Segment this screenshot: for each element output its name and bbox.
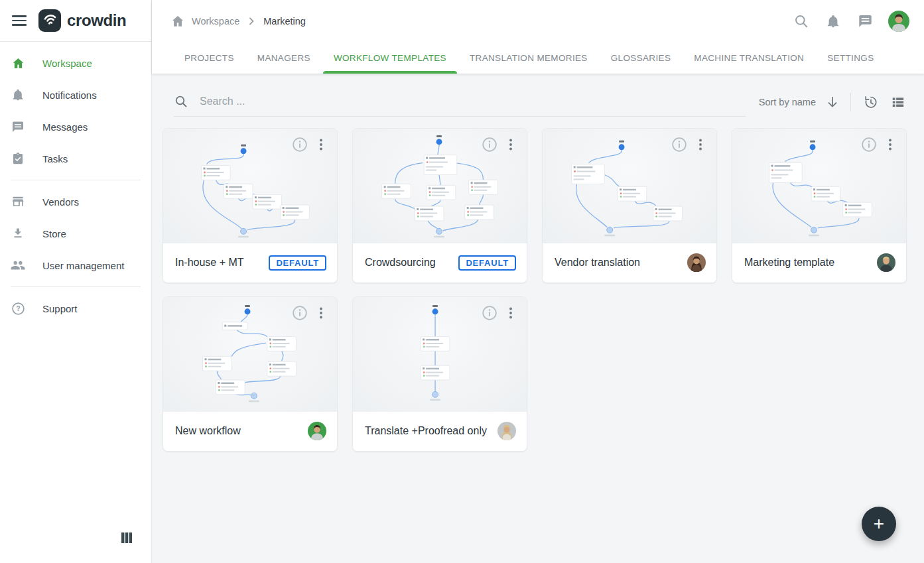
tab-translation-memories[interactable]: TRANSLATION MEMORIES	[459, 42, 598, 74]
workflow-card-crowdsourcing[interactable]: Crowdsourcing DEFAULT	[352, 128, 527, 283]
sidebar-item-label: Notifications	[42, 90, 97, 101]
search-icon[interactable]	[793, 13, 810, 30]
breadcrumb-workspace-link[interactable]: Workspace	[192, 16, 239, 27]
tab-projects[interactable]: PROJECTS	[174, 42, 245, 74]
sidebar-item-user-management[interactable]: User management	[0, 249, 151, 281]
default-badge: DEFAULT	[458, 255, 516, 271]
search-bar	[174, 87, 746, 117]
toolbar-controls: Sort by name	[759, 93, 907, 111]
card-title: Crowdsourcing	[365, 257, 436, 269]
owner-avatar	[877, 253, 895, 272]
breadcrumb-current-page: Marketing	[263, 16, 306, 27]
card-footer: Vendor translation	[543, 243, 716, 282]
owner-avatar	[687, 253, 706, 272]
tasks-clipboard-icon	[11, 151, 25, 166]
info-icon[interactable]	[292, 137, 308, 153]
kebab-menu-icon[interactable]	[693, 137, 708, 153]
info-icon[interactable]	[292, 305, 308, 321]
notifications-bell-icon[interactable]	[825, 13, 842, 30]
main-area: Workspace Marketing	[152, 0, 924, 563]
tab-bar: PROJECTS MANAGERS WORKFLOW TEMPLATES TRA…	[152, 42, 924, 74]
search-icon	[174, 94, 188, 109]
card-footer: Crowdsourcing DEFAULT	[353, 243, 527, 282]
bell-icon	[11, 88, 25, 102]
info-icon[interactable]	[861, 137, 877, 153]
workflow-thumbnail	[543, 129, 716, 243]
breadcrumb: Workspace Marketing	[152, 0, 924, 42]
workflow-card-in-house-mt[interactable]: In-house + MT DEFAULT	[163, 128, 338, 283]
workflow-thumbnail	[163, 129, 337, 243]
sidebar-header: crowdin	[0, 0, 151, 42]
user-avatar[interactable]	[888, 11, 909, 32]
default-badge: DEFAULT	[269, 255, 326, 271]
sort-by-name-control[interactable]: Sort by name	[759, 97, 816, 107]
menu-hamburger-button[interactable]	[11, 11, 29, 30]
columns-view-icon-button[interactable]	[119, 531, 135, 546]
crowdin-logo-icon	[38, 9, 61, 32]
tab-machine-translation[interactable]: MACHINE TRANSLATION	[683, 42, 815, 74]
home-icon	[11, 56, 25, 70]
sidebar-item-store[interactable]: Store	[0, 218, 151, 249]
add-workflow-template-fab[interactable]: +	[862, 507, 896, 541]
card-title: Translate +Proofread only	[365, 425, 487, 437]
kebab-menu-icon[interactable]	[313, 137, 329, 153]
svg-text:?: ?	[16, 304, 20, 312]
crowdin-logo[interactable]: crowdin	[38, 9, 126, 32]
sidebar-item-label: Messages	[42, 121, 88, 133]
chevron-right-icon	[246, 16, 257, 27]
arrow-down-icon[interactable]	[825, 95, 840, 109]
sidebar-item-label: Tasks	[42, 153, 68, 164]
crowdin-logo-text: crowdin	[67, 11, 126, 30]
sidebar-item-label: Support	[42, 303, 78, 314]
sidebar-item-workspace[interactable]: Workspace	[0, 47, 151, 79]
card-title: Vendor translation	[555, 257, 640, 269]
sidebar-item-notifications[interactable]: Notifications	[0, 79, 151, 111]
sidebar-divider	[11, 286, 141, 287]
kebab-menu-icon[interactable]	[313, 305, 329, 321]
topbar-icons	[793, 11, 909, 32]
download-icon	[11, 226, 25, 241]
people-icon	[11, 258, 25, 273]
tab-workflow-templates[interactable]: WORKFLOW TEMPLATES	[323, 42, 457, 74]
workflow-thumbnail	[732, 129, 906, 243]
card-footer: In-house + MT DEFAULT	[163, 243, 337, 282]
tab-managers[interactable]: MANAGERS	[247, 42, 321, 74]
card-title: In-house + MT	[175, 257, 244, 269]
card-footer: Translate +Proofread only	[353, 412, 527, 451]
breadcrumb-home-icon[interactable]	[170, 14, 185, 29]
sidebar-item-support[interactable]: ? Support	[0, 292, 151, 324]
kebab-menu-icon[interactable]	[503, 137, 519, 153]
sidebar-item-messages[interactable]: Messages	[0, 111, 151, 143]
tab-glossaries[interactable]: GLOSSARIES	[600, 42, 682, 74]
workflow-card-new-workflow[interactable]: New workflow	[163, 296, 338, 452]
kebab-menu-icon[interactable]	[882, 137, 898, 153]
toolbar-divider	[850, 93, 851, 111]
sidebar-item-label: Workspace	[42, 58, 92, 69]
info-icon[interactable]	[671, 137, 687, 153]
sidebar-divider	[11, 180, 141, 180]
crowdin-app: crowdin Workspace Notifications Mess	[0, 0, 924, 563]
sidebar-item-label: Vendors	[42, 196, 79, 208]
info-icon[interactable]	[482, 305, 497, 321]
help-icon: ?	[11, 301, 25, 316]
sidebar-item-label: Store	[42, 228, 66, 239]
list-view-icon[interactable]	[890, 94, 907, 111]
tab-settings[interactable]: SETTINGS	[817, 42, 884, 74]
message-icon	[11, 119, 25, 134]
card-footer: Marketing template	[732, 243, 906, 282]
workflow-card-translate-proofread-only[interactable]: Translate +Proofread only	[352, 296, 527, 452]
messages-chat-icon[interactable]	[856, 13, 874, 30]
owner-avatar	[308, 422, 326, 440]
kebab-menu-icon[interactable]	[503, 305, 519, 321]
card-title: New workflow	[175, 425, 241, 437]
history-icon[interactable]	[862, 94, 879, 111]
workflow-card-marketing-template[interactable]: Marketing template	[732, 128, 907, 283]
sidebar-item-vendors[interactable]: Vendors	[0, 186, 151, 218]
workflow-thumbnail	[163, 297, 337, 412]
workflow-card-vendor-translation[interactable]: Vendor translation	[542, 128, 717, 283]
owner-avatar	[497, 422, 516, 440]
search-input[interactable]	[200, 95, 746, 107]
sidebar-item-tasks[interactable]: Tasks	[0, 143, 151, 174]
info-icon[interactable]	[482, 137, 497, 153]
toolbar: Sort by name	[174, 87, 907, 117]
